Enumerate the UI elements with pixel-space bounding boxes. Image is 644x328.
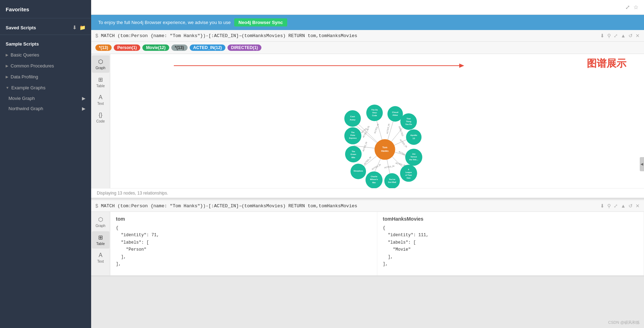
tab-text-2[interactable]: A Text (92, 249, 110, 266)
svg-text:Hanks: Hanks (381, 150, 389, 152)
tab-table-1[interactable]: ⊞ Table (92, 73, 110, 91)
col-content-movies: { "identity": 111, "labels": [ "Movie" ]… (383, 225, 638, 268)
tab-table-2[interactable]: ⊞ Table (92, 231, 110, 249)
top-bar: ⤢ ☆ (91, 0, 644, 15)
svg-text:of Their: of Their (405, 174, 412, 176)
svg-text:Wilson's: Wilson's (370, 178, 378, 180)
sync-banner-text: To enjoy the full Neo4j Browser experien… (98, 20, 231, 25)
svg-text:You've: You've (389, 178, 396, 180)
svg-text:ACTED_IN: ACTED_IN (400, 139, 408, 148)
sidebar-item-basic-queries[interactable]: ▶ Basic Queries (0, 49, 91, 60)
svg-text:Green: Green (350, 153, 356, 155)
saved-scripts-label: Saved Scripts (6, 25, 36, 30)
filter-tag-movie[interactable]: Movie(12) (142, 44, 169, 51)
text-tab-icon-2: A (99, 252, 102, 258)
col-content-tom: { "identity": 71, "labels": [ "Person" ]… (116, 225, 371, 268)
table-col-movies: tomHanksMovies { "identity": 111, "label… (377, 212, 644, 275)
svg-text:ACTED_IN: ACTED_IN (395, 162, 406, 167)
filter-bar-1: *(13) Person(1) Movie(12) *(13) ACTED_IN… (91, 42, 644, 54)
sub-item-label: Northwind Graph (8, 106, 43, 111)
svg-text:13: 13 (413, 137, 415, 139)
download-action-icon[interactable]: ⬇ (600, 33, 604, 38)
sample-scripts-section: Sample Scripts (0, 36, 91, 49)
graph-tab-icon: ⬡ (98, 58, 103, 65)
status-bar-1: Displaying 13 nodes, 13 relationships. (91, 188, 644, 198)
arrow-icon: ▼ (6, 86, 9, 90)
tab-code-1[interactable]: {} Code (92, 109, 110, 126)
filter-tag-all-nodes[interactable]: *(13) (95, 44, 112, 51)
svg-text:Own: Own (407, 177, 410, 179)
sidebar-item-example-graphs[interactable]: ▼ Example Graphs (0, 82, 91, 93)
table-tab-icon-2: ⊞ (98, 234, 103, 241)
svg-text:ACTED_IN: ACTED_IN (386, 124, 390, 134)
sidebar-item-label: Basic Queries (11, 52, 39, 58)
sub-item-label: Movie Graph (8, 96, 35, 101)
tab-graph-1[interactable]: ⬡ Graph (92, 55, 110, 73)
svg-text:Joe: Joe (412, 153, 415, 155)
expand-action-icon[interactable]: ⤢ (614, 33, 618, 38)
tab-bar-1: ⬡ Graph ⊞ Table A Text {} Code (91, 54, 110, 188)
query-header-1: $ MATCH (tom:Person {name: "Tom Hanks"})… (91, 30, 644, 42)
table-col-tom: tom { "identity": 71, "labels": [ "Perso… (110, 212, 377, 275)
svg-text:Tom: Tom (382, 146, 387, 149)
search-action-icon-2[interactable]: ⚲ (607, 203, 611, 209)
sidebar-sub-item-northwind-graph[interactable]: Northwind Graph ▶ (8, 103, 91, 114)
sync-banner-button[interactable]: Neo4j Browser Sync (234, 18, 287, 26)
expand-icon[interactable]: ⤢ (625, 4, 630, 11)
sidebar-item-data-profiling[interactable]: ▶ Data Profiling (0, 71, 91, 82)
star-icon[interactable]: ☆ (633, 4, 638, 11)
download-icon[interactable]: ⬇ (72, 25, 77, 30)
sidebar-title: Favorites (0, 0, 91, 17)
svg-text:Atlas: Atlas (392, 114, 398, 116)
collapse-action-icon-2[interactable]: ▲ (621, 203, 626, 209)
filter-tag-directed[interactable]: DIRECTED(1) (228, 44, 261, 51)
svg-text:Got Mail: Got Mail (388, 181, 396, 183)
table-columns: tom { "identity": 71, "labels": [ "Perso… (110, 212, 644, 275)
sidebar-sub-item-movie-graph[interactable]: Movie Graph ▶ (8, 93, 91, 103)
filter-tag-all-rels[interactable]: *(13) (171, 44, 188, 51)
svg-text:Charlie: Charlie (371, 175, 377, 178)
tab-label: Text (97, 102, 104, 106)
col-header-movies: tomHanksMovies (383, 216, 638, 222)
tab-label: Code (96, 119, 105, 123)
refresh-action-icon-2[interactable]: ↺ (628, 203, 633, 209)
watermark: CSDN @硕风和炼 (608, 320, 640, 325)
graph-svg[interactable]: ACTED_IN ACTED_IN ACTED_IN DIRECTED ACTE… (110, 54, 644, 188)
tab-graph-2[interactable]: ⬡ Graph (92, 213, 110, 231)
close-action-icon[interactable]: ✕ (636, 33, 640, 38)
filter-tag-acted-in[interactable]: ACTED_IN(12) (190, 44, 225, 51)
collapse-handle-1[interactable]: ◀ (640, 157, 644, 171)
svg-text:ACTED_IN: ACTED_IN (371, 163, 381, 171)
dollar-sign-2: $ (95, 203, 98, 209)
query-header-2: $ MATCH (tom:Person {name: "Tom Hanks"})… (91, 200, 644, 212)
collapse-action-icon[interactable]: ▲ (621, 33, 626, 38)
filter-tag-person[interactable]: Person(1) (114, 44, 140, 51)
saved-scripts-section: Saved Scripts ⬇ 📁 (0, 20, 91, 33)
folder-icon[interactable]: 📁 (79, 25, 85, 30)
svg-text:Away: Away (350, 118, 356, 121)
svg-text:Cloud: Cloud (392, 111, 398, 113)
svg-text:Mile: Mile (351, 156, 355, 159)
sidebar-item-common-procedures[interactable]: ▶ Common Procedures (0, 60, 91, 71)
sidebar-item-label: Common Procedures (11, 63, 54, 68)
svg-text:That: That (407, 118, 411, 120)
close-action-icon-2[interactable]: ✕ (636, 203, 640, 209)
search-action-icon[interactable]: ⚲ (607, 33, 611, 38)
tab-label: Text (97, 260, 104, 263)
chinese-label: 图谱展示 (587, 57, 626, 70)
expand-action-icon-2[interactable]: ⤢ (614, 203, 618, 209)
table-panel-body-2: tom { "identity": 71, "labels": [ "Perso… (110, 212, 644, 275)
svg-point-50 (384, 173, 400, 188)
tab-label: Table (96, 84, 105, 88)
svg-text:A: A (408, 168, 409, 171)
panel-1-body: ⬡ Graph ⊞ Table A Text {} Code (91, 54, 644, 188)
sidebar-item-label: Data Profiling (11, 74, 38, 79)
tab-text-1[interactable]: A Text (92, 91, 110, 108)
refresh-action-icon[interactable]: ↺ (628, 33, 633, 38)
main-content: ⤢ ☆ To enjoy the full Neo4j Browser expe… (91, 0, 644, 328)
download-action-icon-2[interactable]: ⬇ (600, 203, 604, 209)
chevron-right-icon: ▶ (82, 106, 85, 111)
svg-text:ACTED_IN: ACTED_IN (384, 165, 395, 169)
graph-area-1[interactable]: 图谱展示 (110, 54, 644, 188)
code-tab-icon: {} (99, 112, 102, 118)
